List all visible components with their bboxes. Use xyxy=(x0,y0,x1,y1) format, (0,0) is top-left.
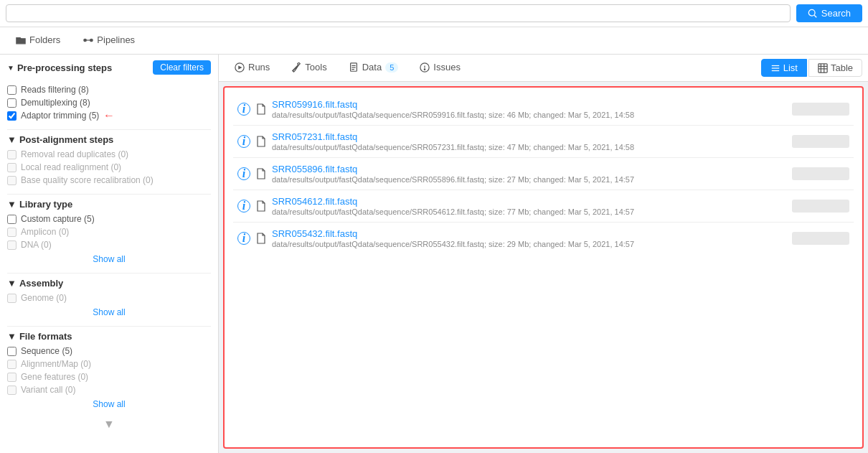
file-name-5[interactable]: SRR055432.filt.fastq xyxy=(272,228,786,239)
file-details-2: SRR057231.filt.fastq data/results/output… xyxy=(272,131,786,151)
list-button-label: List xyxy=(783,62,798,73)
filter-item-amplicon: Amplicon (0) xyxy=(7,225,211,238)
file-formats-title[interactable]: ▼ File formats xyxy=(7,326,211,345)
svg-point-0 xyxy=(808,9,815,16)
file-name-1[interactable]: SRR059916.filt.fastq xyxy=(272,99,786,110)
nav-tab-folders-label: Folders xyxy=(29,34,60,45)
nav-tab-pipelines[interactable]: Pipelines xyxy=(73,27,145,54)
tab-tools[interactable]: Tools xyxy=(281,55,336,81)
sidebar: ▼ Pre-processing steps Clear filters Rea… xyxy=(0,55,219,453)
svg-point-3 xyxy=(90,39,93,42)
search-button[interactable]: Search xyxy=(796,4,862,22)
file-name-3[interactable]: SRR055896.filt.fastq xyxy=(272,164,786,174)
file-icon-3 xyxy=(256,168,266,179)
issue-icon xyxy=(420,62,430,73)
removal-read-dup-label: Removal read duplicates (0) xyxy=(21,149,128,159)
library-type-title[interactable]: ▼ Library type xyxy=(7,194,211,213)
amplicon-checkbox[interactable] xyxy=(7,228,16,237)
pre-processing-title[interactable]: ▼ Pre-processing steps xyxy=(7,62,112,73)
nav-tab-pipelines-label: Pipelines xyxy=(97,34,135,45)
library-type-group: ▼ Library type Custom capture (5) Amplic… xyxy=(0,191,218,270)
filter-item-base-quality: Base quality score recalibration (0) xyxy=(7,174,211,187)
tab-issues[interactable]: Issues xyxy=(410,55,471,81)
table-view-button[interactable]: Table xyxy=(808,59,862,77)
list-view-button[interactable]: List xyxy=(761,59,807,77)
removal-read-dup-checkbox[interactable] xyxy=(7,150,16,159)
reads-filtering-label: Reads filtering (8) xyxy=(21,85,89,95)
post-alignment-title[interactable]: ▼ Post-alignment steps xyxy=(7,129,211,148)
nav-tab-folders[interactable]: Folders xyxy=(6,27,70,54)
list-item: i SRR057231.filt.fastq data/results/outp… xyxy=(233,126,854,158)
dna-checkbox[interactable] xyxy=(7,240,16,250)
custom-capture-checkbox[interactable] xyxy=(7,215,16,224)
adaptor-trimming-checkbox[interactable] xyxy=(7,111,16,121)
base-quality-checkbox[interactable] xyxy=(7,176,16,185)
main-layout: ▼ Pre-processing steps Clear filters Rea… xyxy=(0,55,868,453)
tab-runs[interactable]: Runs xyxy=(225,55,280,81)
svg-marker-6 xyxy=(238,65,242,69)
reads-filtering-checkbox[interactable] xyxy=(7,85,16,95)
filter-item-removal-read-dup: Removal read duplicates (0) xyxy=(7,148,211,161)
file-formats-label: File formats xyxy=(19,331,72,342)
file-action-5 xyxy=(792,232,849,245)
list-icon xyxy=(770,63,780,73)
file-path-4: data/results/output/fastQdata/sequence/S… xyxy=(272,207,786,216)
local-read-realignment-checkbox[interactable] xyxy=(7,163,16,172)
demultiplexing-label: Demultiplexing (8) xyxy=(21,98,90,108)
library-type-arrow: ▼ xyxy=(7,199,16,210)
filter-item-genome: Genome (0) xyxy=(7,291,211,304)
local-read-realignment-label: Local read realignment (0) xyxy=(21,162,121,172)
assembly-arrow: ▼ xyxy=(7,278,16,289)
search-input[interactable] xyxy=(6,4,791,22)
filter-item-local-read-realignment: Local read realignment (0) xyxy=(7,161,211,174)
search-button-label: Search xyxy=(821,8,851,19)
list-table-toggle: List Table xyxy=(761,59,862,77)
assembly-show-all[interactable]: Show all xyxy=(7,306,211,319)
file-path-2: data/results/output/fastQdata/sequence/S… xyxy=(272,143,786,151)
file-icon-1 xyxy=(256,103,266,115)
list-item: i SRR055896.filt.fastq data/results/outp… xyxy=(233,158,854,190)
list-item: i SRR054612.filt.fastq data/results/outp… xyxy=(233,190,854,223)
info-icon-3: i xyxy=(237,167,250,180)
tab-data-badge: 5 xyxy=(385,62,398,73)
nav-tabs: Folders Pipelines xyxy=(0,27,868,55)
genome-checkbox[interactable] xyxy=(7,294,16,303)
run-icon xyxy=(235,62,245,73)
base-quality-label: Base quality score recalibration (0) xyxy=(21,175,154,185)
file-path-3: data/results/output/fastQdata/sequence/S… xyxy=(272,175,786,184)
post-alignment-arrow: ▼ xyxy=(7,134,16,145)
sidebar-scroll-down: ▼ xyxy=(0,415,218,434)
assembly-title[interactable]: ▼ Assembly xyxy=(7,273,211,291)
search-icon xyxy=(808,9,818,19)
tab-data[interactable]: Data 5 xyxy=(339,55,409,81)
info-icon-2: i xyxy=(237,135,250,148)
top-search-bar: Search xyxy=(0,0,868,27)
content-area: Runs Tools Data 5 xyxy=(219,55,868,453)
info-icon-1: i xyxy=(237,103,250,116)
file-list: i SRR059916.filt.fastq data/results/outp… xyxy=(223,86,864,449)
filter-item-dna: DNA (0) xyxy=(7,238,211,251)
file-name-4[interactable]: SRR054612.filt.fastq xyxy=(272,196,786,207)
amplicon-label: Amplicon (0) xyxy=(21,227,69,237)
file-details-3: SRR055896.filt.fastq data/results/output… xyxy=(272,164,786,184)
tab-tools-label: Tools xyxy=(305,62,326,73)
sequence-checkbox[interactable] xyxy=(7,347,16,356)
pre-processing-label: Pre-processing steps xyxy=(17,62,112,73)
filter-item-sequence: Sequence (5) xyxy=(7,345,211,358)
library-type-show-all[interactable]: Show all xyxy=(7,253,211,266)
demultiplexing-checkbox[interactable] xyxy=(7,98,16,108)
file-name-2[interactable]: SRR057231.filt.fastq xyxy=(272,131,786,142)
variant-call-checkbox[interactable] xyxy=(7,386,16,395)
filter-item-reads-filtering: Reads filtering (8) xyxy=(7,83,211,96)
content-tabs: Runs Tools Data 5 xyxy=(219,55,868,82)
gene-features-checkbox[interactable] xyxy=(7,373,16,382)
file-icon-4 xyxy=(256,200,266,212)
file-formats-show-all[interactable]: Show all xyxy=(7,398,211,411)
svg-point-13 xyxy=(425,68,425,69)
clear-filters-button[interactable]: Clear filters xyxy=(153,60,211,75)
filter-item-gene-features: Gene features (0) xyxy=(7,370,211,383)
tab-data-label: Data xyxy=(362,62,382,73)
alignment-map-checkbox[interactable] xyxy=(7,360,16,369)
filter-item-custom-capture: Custom capture (5) xyxy=(7,213,211,225)
post-alignment-label: Post-alignment steps xyxy=(19,134,113,145)
